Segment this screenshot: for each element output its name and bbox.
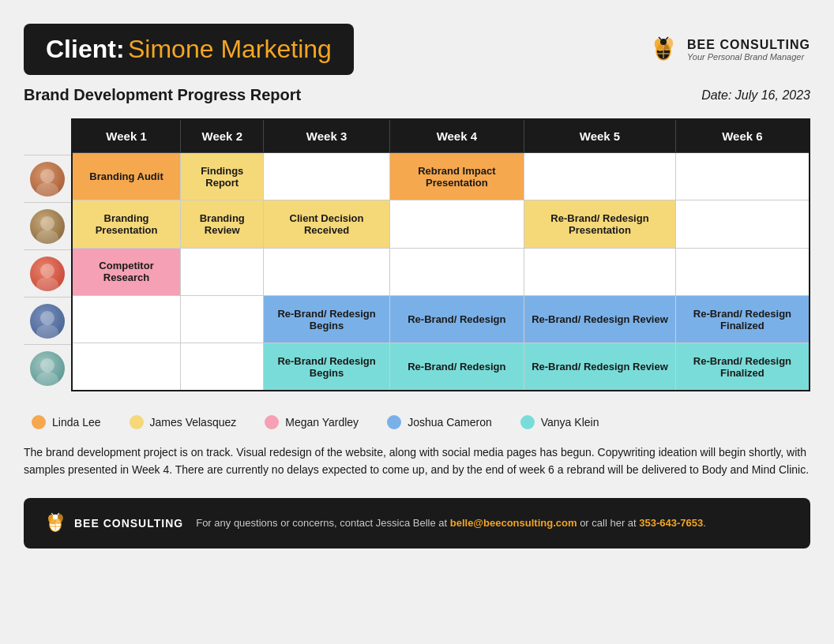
legend-dot [130, 415, 144, 429]
svg-point-19 [36, 372, 58, 386]
company-name: BEE CONSULTING [687, 38, 810, 52]
svg-point-15 [36, 277, 58, 291]
footer-bee-icon [43, 511, 68, 536]
legend-item: Vanya Klein [520, 415, 599, 429]
avatar [30, 304, 65, 339]
week-header: Week 1 [72, 119, 181, 153]
svg-point-17 [36, 324, 58, 339]
description: The brand development project is on trac… [24, 444, 810, 479]
gantt-cell: Rebrand Impact Presentation [389, 153, 524, 200]
gantt-cell: Branding Review [181, 200, 264, 248]
gantt-cell [72, 343, 181, 391]
gantt-thead: Week 1Week 2Week 3Week 4Week 5Week 6 [72, 119, 810, 153]
gantt-tbody: Branding AuditFindings ReportRebrand Imp… [72, 153, 810, 391]
footer-call-text: or call her at [577, 517, 640, 529]
gantt-cell [524, 248, 676, 295]
avatar-cell [24, 202, 71, 249]
avatar-column [24, 118, 71, 391]
client-name: Simone Marketing [128, 35, 332, 63]
gantt-cell: Re-Brand/ Redesign Review [524, 343, 676, 391]
gantt-cell: Re-Brand/ Redesign Begins [264, 343, 389, 391]
gantt-cell: Branding Audit [72, 153, 181, 200]
gantt-cell: Re-Brand/ Redesign [389, 343, 524, 391]
gantt-cell [524, 153, 676, 200]
week-header: Week 4 [389, 119, 524, 153]
svg-point-14 [40, 264, 54, 278]
footer-logo: BEE CONSULTING [43, 511, 183, 536]
gantt-cell: Re-Brand/ Redesign Finalized [675, 343, 810, 391]
gantt-cell: Branding Presentation [72, 200, 181, 248]
footer: BEE CONSULTING For any questions or conc… [24, 498, 810, 549]
week-header: Week 6 [675, 119, 810, 153]
footer-contact-prefix: For any questions or concerns, contact J… [196, 517, 450, 529]
legend-label: James Velasquez [150, 416, 237, 429]
svg-point-10 [40, 169, 54, 183]
client-title-box: Client: Simone Marketing [24, 24, 354, 75]
gantt-cell [389, 200, 524, 248]
legend-item: James Velasquez [130, 415, 237, 429]
week-header-row: Week 1Week 2Week 3Week 4Week 5Week 6 [72, 119, 810, 153]
svg-point-16 [40, 311, 54, 325]
gantt-cell: Client Decision Received [264, 200, 389, 248]
sub-header: Brand Development Progress Report Date: … [24, 86, 810, 104]
logo-area: BEE CONSULTING Your Personal Brand Manag… [648, 34, 810, 66]
avatar-cell [24, 249, 71, 297]
gantt-cell [675, 153, 810, 200]
legend-dot [265, 415, 279, 429]
gantt-cell [675, 200, 810, 248]
footer-end: . [703, 517, 706, 529]
svg-point-18 [40, 358, 54, 373]
avatar [30, 351, 65, 386]
avatar [30, 256, 65, 291]
logo-text: BEE CONSULTING Your Personal Brand Manag… [687, 38, 810, 62]
gantt-cell: Re-Brand/ Redesign Begins [264, 295, 389, 343]
legend-label: Linda Lee [52, 416, 101, 429]
gantt-cell [675, 248, 810, 295]
page: Client: Simone Marketing BEE CONSULTING … [24, 24, 810, 549]
gantt-cell: Competitor Research [72, 248, 181, 295]
avatar-spacer [24, 118, 71, 155]
legend-label: Megan Yardley [285, 416, 359, 429]
footer-contact-text: For any questions or concerns, contact J… [196, 517, 706, 529]
header-row: Client: Simone Marketing BEE CONSULTING … [24, 24, 810, 75]
footer-company-name: BEE CONSULTING [74, 517, 183, 530]
table-row: Branding AuditFindings ReportRebrand Imp… [72, 153, 810, 200]
gantt-cell [72, 295, 181, 343]
gantt-cell [264, 153, 389, 200]
legend-dot [387, 415, 401, 429]
legend-dot [520, 415, 535, 429]
gantt-cell [389, 248, 524, 295]
client-label: Client: [46, 35, 125, 63]
gantt-cell: Re-Brand/ Redesign [389, 295, 524, 343]
gantt-cell [264, 248, 389, 295]
svg-point-7 [660, 39, 667, 45]
avatar-cell [24, 155, 71, 202]
avatar-cell [24, 344, 71, 391]
footer-phone[interactable]: 353-643-7653 [639, 517, 703, 529]
svg-point-11 [36, 182, 58, 197]
legend: Linda LeeJames VelasquezMegan YardleyJos… [24, 415, 810, 429]
report-title: Brand Development Progress Report [24, 86, 301, 104]
legend-dot [32, 415, 46, 429]
svg-point-27 [53, 515, 58, 519]
svg-point-12 [40, 216, 54, 230]
bee-icon [648, 34, 679, 66]
svg-point-13 [36, 230, 58, 244]
avatar-cell [24, 297, 71, 344]
gantt-cell [181, 295, 264, 343]
footer-email[interactable]: belle@beeconsulting.com [450, 517, 577, 529]
table-row: Branding PresentationBranding ReviewClie… [72, 200, 810, 248]
table-row: Re-Brand/ Redesign BeginsRe-Brand/ Redes… [72, 343, 810, 391]
legend-item: Megan Yardley [265, 415, 359, 429]
gantt-cell: Re-Brand/ Redesign Presentation [524, 200, 676, 248]
week-header: Week 5 [524, 119, 676, 153]
gantt-cell: Findings Report [181, 153, 264, 200]
avatar [30, 209, 65, 244]
date-label: Date: July 16, 2023 [701, 88, 810, 103]
week-header: Week 3 [264, 119, 389, 153]
gantt-cell: Re-Brand/ Redesign Review [524, 295, 676, 343]
table-row: Competitor Research [72, 248, 810, 295]
legend-item: Linda Lee [32, 415, 101, 429]
gantt-cell: Re-Brand/ Redesign Finalized [675, 295, 810, 343]
legend-label: Joshua Cameron [408, 416, 492, 429]
